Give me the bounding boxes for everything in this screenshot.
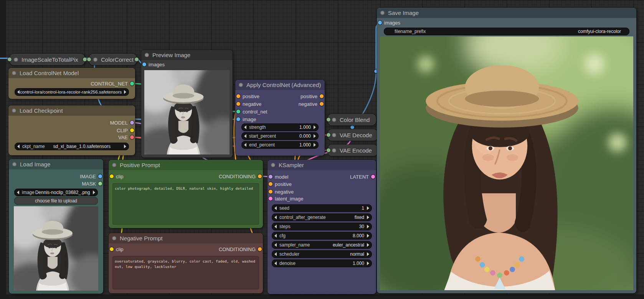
decrement-icon[interactable]: [274, 206, 277, 210]
end-percent-widget[interactable]: end_percent 1.000: [241, 141, 319, 149]
decrement-icon[interactable]: [274, 261, 277, 265]
denoise-widget[interactable]: denoise 1.000: [272, 260, 372, 267]
prev-option-icon[interactable]: [274, 215, 277, 219]
decrement-icon[interactable]: [244, 125, 246, 129]
image-input-dot[interactable]: [236, 117, 240, 121]
decrement-icon[interactable]: [244, 143, 246, 147]
conditioning-output-dot[interactable]: [258, 174, 262, 178]
node-header[interactable]: KSampler: [268, 160, 376, 170]
collapse-toggle-icon[interactable]: [332, 118, 336, 122]
sampler-name-widget[interactable]: sampler_name euler_ancestral: [272, 241, 372, 249]
node-preview-image[interactable]: Preview Image images: [141, 50, 233, 158]
prompt-textarea[interactable]: color photograph, detailed, DSLR, natura…: [112, 183, 259, 225]
negative-input-dot[interactable]: [236, 102, 240, 106]
clip-output-dot[interactable]: [130, 128, 134, 132]
prev-option-icon[interactable]: [17, 191, 19, 194]
control-net-input-dot[interactable]: [236, 110, 240, 113]
vae-output-dot[interactable]: [130, 135, 134, 139]
collapse-toggle-icon[interactable]: [12, 162, 17, 166]
decrement-icon[interactable]: [274, 234, 277, 238]
next-option-icon[interactable]: [367, 252, 369, 256]
image-file-widget[interactable]: image Dennis-noclip_03682_.png: [14, 189, 98, 196]
node-header[interactable]: Load Checkpoint: [8, 105, 135, 116]
node-header[interactable]: Negative Prompt: [109, 233, 263, 243]
prev-option-icon[interactable]: [274, 252, 277, 256]
node-header[interactable]: Load ControlNet Model: [8, 68, 135, 78]
decrement-icon[interactable]: [244, 134, 246, 138]
node-graph-canvas[interactable]: ImageScaleToTotalPix ColorCorrect Load C…: [0, 0, 644, 299]
node-header[interactable]: Load Image: [9, 159, 103, 169]
latent-image-input-dot[interactable]: [269, 197, 272, 200]
collapse-toggle-icon[interactable]: [14, 58, 18, 62]
control-after-generate-widget[interactable]: control_after_generate fixed: [272, 214, 372, 221]
choose-file-button[interactable]: choose file to upload: [14, 197, 98, 205]
clip-input-dot[interactable]: [110, 247, 114, 251]
mask-output-dot[interactable]: [98, 182, 102, 186]
collapsed-input-dot[interactable]: [327, 148, 330, 152]
collapse-toggle-icon[interactable]: [112, 163, 116, 167]
node-header[interactable]: Positive Prompt: [109, 160, 263, 170]
increment-icon[interactable]: [367, 225, 369, 228]
strength-widget[interactable]: strength 1.000: [241, 123, 319, 131]
next-option-icon[interactable]: [367, 243, 369, 247]
node-save-image[interactable]: Save Image images filename_prefix comfyu…: [377, 8, 636, 293]
collapsed-input-dot[interactable]: [87, 58, 91, 61]
collapse-toggle-icon[interactable]: [332, 133, 336, 137]
collapsed-output-dot[interactable]: [135, 58, 139, 61]
ckpt-name-widget[interactable]: ckpt_name sd_xl_base_1.0.safetensors: [15, 143, 129, 150]
positive-input-dot[interactable]: [236, 94, 240, 98]
conditioning-output-dot[interactable]: [258, 247, 262, 251]
node-image-scale[interactable]: ImageScaleToTotalPix: [10, 54, 85, 65]
collapse-toggle-icon[interactable]: [239, 83, 243, 87]
node-ksampler[interactable]: KSampler model LATENT positive negative …: [268, 160, 376, 294]
collapse-toggle-icon[interactable]: [93, 58, 97, 62]
prev-option-icon[interactable]: [274, 243, 277, 247]
model-input-dot[interactable]: [269, 175, 272, 179]
collapsed-output-dot[interactable]: [83, 58, 87, 61]
start-percent-widget[interactable]: start_percent 0.000: [241, 132, 319, 140]
collapsed-input-dot[interactable]: [8, 58, 12, 61]
collapse-toggle-icon[interactable]: [12, 71, 16, 75]
model-output-dot[interactable]: [130, 121, 134, 125]
images-input-dot[interactable]: [142, 62, 146, 66]
collapsed-input-dot[interactable]: [327, 133, 330, 137]
cfg-widget[interactable]: cfg 8.000: [272, 232, 372, 240]
collapse-toggle-icon[interactable]: [271, 163, 275, 167]
node-positive-prompt[interactable]: Positive Prompt clip CONDITIONING color …: [109, 160, 263, 228]
collapse-toggle-icon[interactable]: [145, 53, 149, 57]
scheduler-widget[interactable]: scheduler normal: [272, 250, 372, 258]
collapse-toggle-icon[interactable]: [12, 108, 16, 113]
node-header[interactable]: Apply ControlNet (Advanced): [235, 80, 325, 90]
next-option-icon[interactable]: [124, 145, 126, 148]
node-vae-decode[interactable]: VAE Decode: [328, 129, 378, 141]
node-load-checkpoint[interactable]: Load Checkpoint MODEL CLIP VAE ckpt_name…: [8, 105, 135, 155]
seed-widget[interactable]: seed 1: [272, 204, 372, 212]
clip-input-dot[interactable]: [110, 174, 114, 178]
next-option-icon[interactable]: [93, 191, 95, 194]
node-load-image[interactable]: Load Image IMAGE MASK image Dennis-nocli…: [9, 159, 103, 294]
increment-icon[interactable]: [367, 261, 369, 265]
filename-prefix-widget[interactable]: filename_prefix comfyui-clora-recolor: [384, 28, 629, 35]
node-color-correct[interactable]: ColorCorrect: [89, 54, 137, 65]
node-color-blend[interactable]: Color Blend: [328, 114, 376, 125]
increment-icon[interactable]: [314, 125, 316, 129]
next-option-icon[interactable]: [367, 215, 369, 219]
node-load-controlnet[interactable]: Load ControlNet Model CONTROL_NET contro…: [8, 68, 135, 99]
collapse-toggle-icon[interactable]: [112, 236, 116, 240]
collapsed-input-dot[interactable]: [327, 118, 330, 122]
node-header[interactable]: Save Image: [377, 8, 636, 18]
positive-input-dot[interactable]: [269, 182, 272, 186]
increment-icon[interactable]: [367, 206, 369, 210]
negative-output-dot[interactable]: [320, 102, 324, 106]
increment-icon[interactable]: [314, 143, 316, 147]
control-net-output-dot[interactable]: [130, 82, 134, 85]
image-output-dot[interactable]: [98, 174, 102, 178]
increment-icon[interactable]: [314, 134, 316, 138]
next-option-icon[interactable]: [124, 90, 126, 94]
controlnet-name-widget[interactable]: control-lora/control-lora-recolor-rank25…: [15, 88, 129, 96]
node-apply-controlnet[interactable]: Apply ControlNet (Advanced) positive pos…: [235, 80, 325, 156]
latent-output-dot[interactable]: [371, 175, 375, 179]
negative-input-dot[interactable]: [269, 190, 272, 194]
steps-widget[interactable]: steps 30: [272, 223, 372, 230]
increment-icon[interactable]: [367, 234, 369, 238]
